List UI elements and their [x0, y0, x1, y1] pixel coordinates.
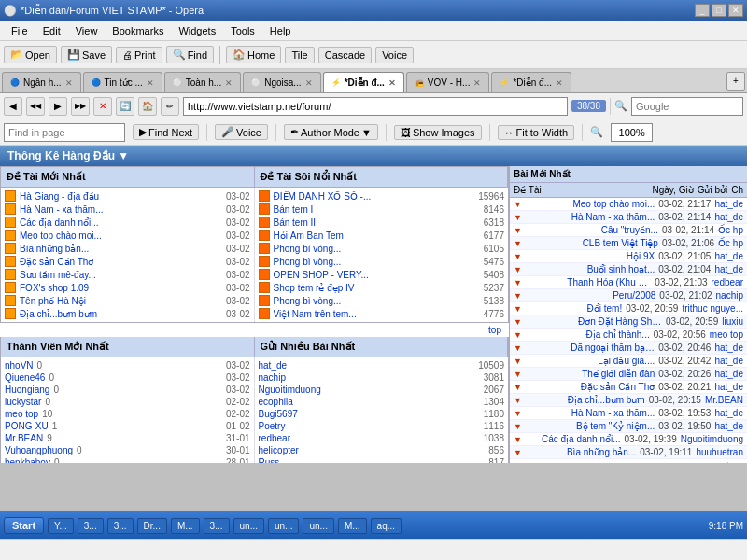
taskbar-item-2[interactable]: 3... [107, 518, 134, 534]
menu-widgets[interactable]: Widgets [171, 23, 223, 38]
author-link[interactable]: hat_de [714, 369, 743, 379]
topic-link[interactable]: Đặc sản Cần Thơ [581, 382, 655, 392]
home-nav-button[interactable]: 🏠 [138, 97, 157, 116]
topic-link[interactable]: Hà Nam - xa thăm... [20, 204, 103, 215]
author-link[interactable]: hat_de [714, 343, 743, 353]
reload-button[interactable]: 🔄 [116, 97, 134, 116]
address-input[interactable] [183, 97, 568, 116]
google-search-input[interactable] [631, 97, 743, 116]
save-button[interactable]: 💾 Save [61, 46, 112, 63]
topic-link[interactable]: Bán tem II [274, 217, 317, 228]
author-link[interactable]: Nguoitimduong [681, 434, 743, 444]
tab-close-4[interactable]: ✕ [388, 78, 396, 88]
poster-link[interactable]: nachip [259, 372, 286, 383]
maximize-button[interactable]: □ [712, 4, 726, 17]
member-link[interactable]: meo top [5, 409, 38, 419]
topic-link[interactable]: Hà Giang - địa đầu [20, 191, 99, 202]
tab-5[interactable]: 📻 VOV - H... ✕ [406, 72, 490, 92]
author-mode-button[interactable]: ✒ Author Mode ▼ [284, 124, 378, 140]
author-link[interactable]: Ốc hp [718, 225, 743, 235]
topic-link[interactable]: Hỏi Âm Ban Tem [274, 231, 344, 241]
topic-link[interactable]: Bán tem I [274, 204, 314, 215]
member-link[interactable]: nhoVN [5, 360, 34, 371]
topic-link[interactable]: Shop tem rẻ đẹp IV [274, 283, 355, 293]
author-link[interactable]: Mr.BEAN [705, 395, 743, 405]
taskbar-item-8[interactable]: un... [303, 518, 333, 534]
topic-link[interactable]: Thanh Hóa (Khu 4... [567, 277, 651, 287]
topic-link[interactable]: Bộ tem "Kỷ niệm... [576, 421, 655, 431]
poster-link[interactable]: ecophila [259, 397, 293, 407]
member-link[interactable]: luckystar [5, 397, 41, 407]
tab-4[interactable]: ⚡ *Diễn đ... ✕ [323, 72, 404, 92]
topic-link[interactable]: Phong bì vòng... [274, 296, 342, 306]
author-link[interactable]: redbear [712, 277, 743, 287]
tab-3[interactable]: ⚪ Ngoisa... ✕ [243, 72, 320, 92]
author-link[interactable]: Ốc hp [718, 238, 743, 248]
topic-link[interactable]: ĐIỂM DANH XỔ SỐ -... [274, 191, 372, 202]
topic-link[interactable]: Thế giới diễn đàn [582, 369, 655, 379]
print-button[interactable]: 🖨 Print [116, 47, 162, 63]
new-tab-button[interactable]: + [726, 72, 745, 91]
taskbar-item-1[interactable]: 3... [78, 518, 104, 534]
taskbar-item-4[interactable]: M... [171, 518, 200, 534]
topic-link[interactable]: Peru/2008 [613, 290, 655, 301]
topic-link[interactable]: Đặc sản Cần Thơ [20, 257, 93, 267]
tile-button[interactable]: Tile [285, 47, 314, 63]
author-link[interactable]: hat_de [714, 408, 743, 418]
poster-link[interactable]: helicopter [259, 445, 299, 455]
voice-find-button[interactable]: 🎤 Voice [215, 124, 268, 140]
topic-link[interactable]: Địa chỉ thành... [585, 329, 649, 340]
topic-link[interactable]: Địa chỉ...bưm bưm [20, 309, 97, 319]
fit-to-width-button[interactable]: ↔ Fit to Width [498, 125, 575, 140]
tab-close-2[interactable]: ✕ [225, 78, 233, 88]
topic-link[interactable]: Lại đấu giá.... [598, 356, 655, 366]
topic-link[interactable]: Việt Nam trên tem... [274, 309, 357, 319]
tab-close-1[interactable]: ✕ [147, 78, 154, 88]
topic-link[interactable]: Phong bì vòng... [274, 244, 342, 254]
menu-view[interactable]: View [68, 23, 106, 38]
poster-link[interactable]: Bugi5697 [259, 409, 298, 419]
back-button[interactable]: ◀ [4, 97, 22, 116]
topic-link[interactable]: Sưu tầm mê-đay... [20, 270, 96, 280]
find-next-button[interactable]: ▶ Find Next [133, 124, 199, 140]
right-top-link[interactable]: top [510, 459, 747, 463]
topic-link[interactable]: FOX's shop 1.09 [20, 283, 89, 293]
tab-2[interactable]: ⚪ Toàn h... ✕ [164, 72, 241, 92]
author-link[interactable]: trithuc nguye... [682, 303, 743, 314]
poster-link[interactable]: Poetry [259, 421, 286, 431]
tab-0[interactable]: 🔵 Ngân h... ✕ [2, 72, 81, 92]
find-input[interactable] [4, 123, 125, 142]
close-button[interactable]: ✕ [728, 4, 743, 17]
start-button[interactable]: Start [4, 517, 44, 534]
topic-link[interactable]: Đơn Đặt Hàng Shop... [578, 316, 662, 327]
author-link[interactable]: hat_de [714, 421, 743, 431]
menu-tools[interactable]: Tools [223, 23, 262, 38]
forward-button[interactable]: ▶ [49, 97, 67, 116]
menu-edit[interactable]: Edit [35, 23, 68, 38]
topic-link[interactable]: Hội 9X [627, 251, 655, 261]
taskbar-item-9[interactable]: M... [338, 518, 367, 534]
topic-link[interactable]: Meo top chào moi... [572, 199, 655, 209]
author-link[interactable]: hat_de [714, 251, 743, 261]
menu-bookmarks[interactable]: Bookmarks [105, 23, 171, 38]
topic-link[interactable]: Địa chỉ...bưm bưm [568, 395, 645, 405]
menu-help[interactable]: Help [262, 23, 299, 38]
author-link[interactable]: hat_de [714, 382, 743, 392]
title-bar-buttons[interactable]: _ □ ✕ [695, 4, 743, 17]
topic-link[interactable]: Buổi sinh hoạt... [587, 264, 655, 274]
topic-link[interactable]: CLB tem Việt Tiệp [583, 238, 658, 248]
show-images-button[interactable]: 🖼 Show Images [394, 125, 482, 140]
taskbar-item-6[interactable]: un... [233, 518, 264, 534]
cascade-button[interactable]: Cascade [318, 47, 372, 63]
minimize-button[interactable]: _ [695, 4, 710, 17]
member-link[interactable]: PONG-XU [5, 421, 49, 431]
poster-link[interactable]: redbear [259, 433, 290, 443]
forward2-button[interactable]: ▶▶ [71, 97, 90, 116]
topic-link[interactable]: Bìa những bản... [567, 447, 636, 457]
tab-close-0[interactable]: ✕ [65, 78, 73, 88]
tab-close-6[interactable]: ✕ [556, 78, 563, 88]
member-link[interactable]: Qiuene46 [5, 372, 45, 383]
voice-button[interactable]: Voice [375, 47, 414, 63]
tab-close-3[interactable]: ✕ [305, 78, 313, 88]
poster-link[interactable]: Nguoitimduong [259, 385, 321, 395]
